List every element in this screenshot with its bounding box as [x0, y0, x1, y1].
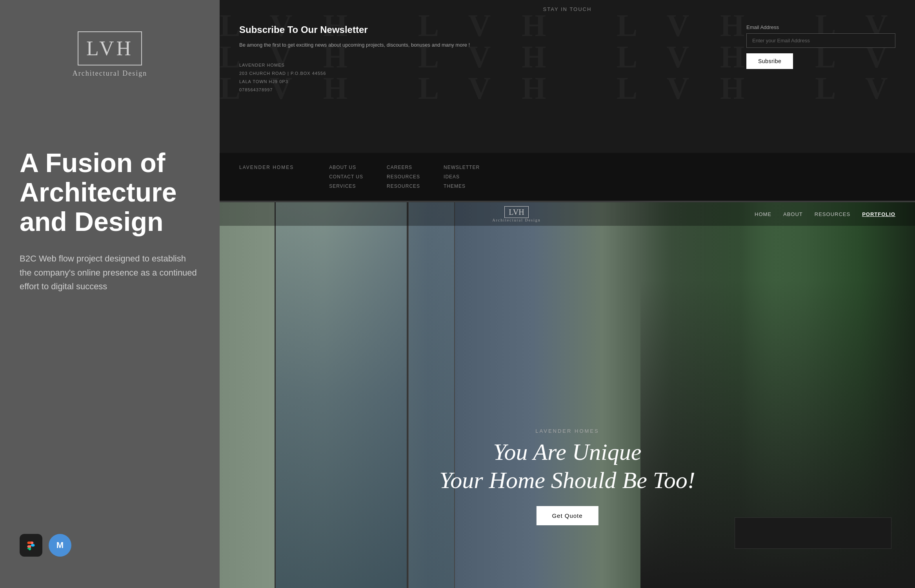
nav-link-portfolio[interactable]: PORTFOLIO [862, 211, 895, 217]
footer-brand: LAVENDER HOMES [239, 165, 294, 170]
footer-link-themes[interactable]: THEMES [444, 183, 480, 189]
contact-info: LAVENDER HOMES 203 CHURCH ROAD | P.O.BOX… [239, 61, 731, 94]
glass-panel-right [408, 202, 455, 588]
right-panel: L V H L V H L V H L V H L V H L V H L V … [220, 0, 915, 588]
preview-nav: LVH Architectural Design HOME ABOUT RESO… [220, 202, 915, 226]
newsletter-right: Email Address Subsribe [746, 24, 895, 94]
newsletter-description: Be among the first to get exciting news … [239, 41, 731, 49]
hero-brand: LAVENDER HOMES [439, 428, 695, 434]
footer-link-services[interactable]: SERVICES [329, 183, 363, 189]
preview-logo-text: LVH [504, 206, 528, 218]
left-panel: LVH Architectural Design A Fusion of Arc… [0, 0, 220, 588]
stay-in-touch: STAY IN TOUCH [220, 0, 915, 16]
logo-letters: LVH [86, 37, 133, 60]
company-city: LALA TOWN HJ9 0P3 [239, 78, 731, 86]
hero-headline-1: You Are Unique [439, 438, 695, 466]
preview-hero [220, 202, 915, 588]
website-preview: LVH Architectural Design HOME ABOUT RESO… [220, 202, 915, 588]
footer-link-contact[interactable]: CONTACT US [329, 174, 363, 180]
footer-col-3: NEWSLETTER IDEAS THEMES [444, 165, 480, 189]
footer-link-newsletter[interactable]: NEWSLETTER [444, 165, 480, 170]
main-description: B2C Web flow project designed to establi… [20, 252, 200, 293]
footer-link-resources-1[interactable]: RESOURCES [387, 174, 420, 180]
preview-nav-links: HOME ABOUT RESOURCES PORTFOLIO [755, 211, 895, 217]
hero-headline-2: Your Home Should Be Too! [439, 466, 695, 494]
newsletter-title: Subscribe To Our Newsletter [239, 24, 731, 35]
email-input[interactable] [746, 33, 895, 48]
footer-link-about[interactable]: ABOUT US [329, 165, 363, 170]
marvel-icon: M [49, 534, 71, 557]
footer-col-2: CAREERS RESOURCES RESOURCES [387, 165, 420, 189]
glass-panel-left [275, 202, 408, 588]
hero-background [220, 202, 915, 588]
footer-link-resources-2[interactable]: RESOURCES [387, 183, 420, 189]
planter-box [735, 517, 891, 549]
nav-link-about[interactable]: ABOUT [783, 211, 803, 217]
company-phone: 078564378997 [239, 86, 731, 94]
hero-text: LAVENDER HOMES You Are Unique Your Home … [439, 428, 695, 525]
nav-link-home[interactable]: HOME [755, 211, 771, 217]
nav-link-resources[interactable]: RESOURCES [815, 211, 850, 217]
logo-box: LVH [78, 31, 142, 65]
logo-container: LVH Architectural Design [73, 31, 147, 78]
newsletter-left: Subscribe To Our Newsletter Be among the… [239, 24, 731, 94]
subscribe-button[interactable]: Subsribe [746, 53, 793, 69]
footer-link-ideas[interactable]: IDEAS [444, 174, 480, 180]
newsletter-content: Subscribe To Our Newsletter Be among the… [220, 16, 915, 106]
bottom-section: LVH Architectural Design HOME ABOUT RESO… [220, 202, 915, 588]
figma-icon [20, 534, 42, 557]
preview-logo-sub: Architectural Design [492, 218, 541, 222]
get-quote-button[interactable]: Get Quote [536, 506, 598, 525]
company-name: LAVENDER HOMES [239, 61, 731, 69]
footer-nav: LAVENDER HOMES ABOUT US CONTACT US SERVI… [220, 153, 915, 201]
logo-subtitle: Architectural Design [73, 69, 147, 78]
preview-logo: LVH Architectural Design [492, 206, 541, 222]
tool-icons-container: M [20, 534, 71, 557]
email-label: Email Address [746, 24, 895, 30]
top-section: L V H L V H L V H L V H L V H L V H L V … [220, 0, 915, 153]
footer-col-1: ABOUT US CONTACT US SERVICES [329, 165, 363, 189]
main-headline: A Fusion of Architecture and Design [20, 148, 200, 236]
company-address: 203 CHURCH ROAD | P.O.BOX 44556 [239, 69, 731, 78]
footer-link-careers[interactable]: CAREERS [387, 165, 420, 170]
